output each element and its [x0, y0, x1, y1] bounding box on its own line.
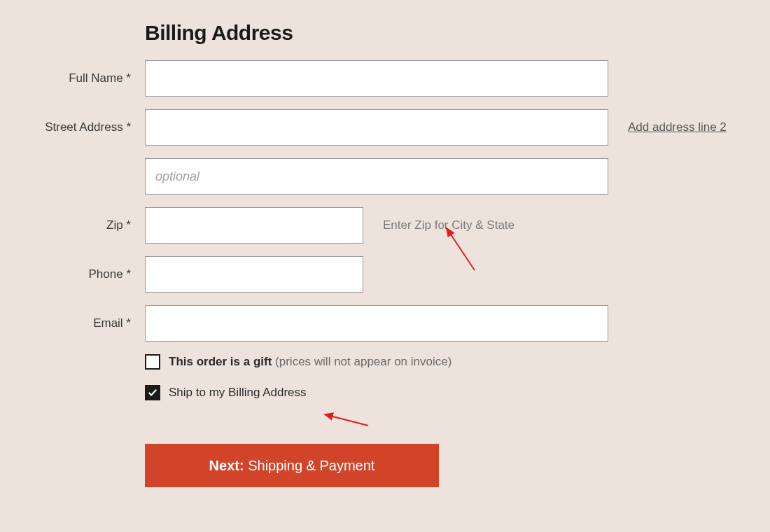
email-label: Email *	[14, 316, 145, 330]
full-name-input[interactable]	[145, 60, 608, 97]
zip-row: Zip * Enter Zip for City & State	[14, 207, 756, 244]
email-row: Email *	[14, 305, 756, 342]
ship-billing-checkbox-row: Ship to my Billing Address	[145, 385, 756, 400]
next-button-rest: Shipping & Payment	[244, 458, 375, 473]
ship-billing-checkbox-label: Ship to my Billing Address	[169, 386, 307, 400]
street-address-label: Street Address *	[14, 120, 145, 134]
billing-address-form: Billing Address Full Name * Street Addre…	[0, 0, 770, 501]
full-name-label: Full Name *	[14, 71, 145, 85]
form-title: Billing Address	[145, 21, 756, 45]
next-button-prefix: Next:	[209, 458, 244, 473]
ship-billing-checkbox[interactable]	[145, 385, 160, 400]
next-button[interactable]: Next: Shipping & Payment	[145, 444, 439, 487]
gift-label-paren: (prices will not appear on invoice)	[272, 355, 451, 368]
zip-input[interactable]	[145, 207, 363, 244]
full-name-row: Full Name *	[14, 60, 756, 97]
phone-input[interactable]	[145, 256, 363, 293]
zip-hint: Enter Zip for City & State	[383, 218, 514, 232]
add-address-line-2-link[interactable]: Add address line 2	[628, 120, 727, 134]
gift-checkbox[interactable]	[145, 354, 160, 370]
street-address-input[interactable]	[145, 109, 608, 146]
zip-label: Zip *	[14, 218, 145, 232]
phone-label: Phone *	[14, 267, 145, 281]
email-input[interactable]	[145, 305, 608, 342]
gift-checkbox-row: This order is a gift (prices will not ap…	[145, 354, 756, 370]
phone-row: Phone *	[14, 256, 756, 293]
gift-label-bold: This order is a gift	[169, 355, 272, 368]
gift-checkbox-label: This order is a gift (prices will not ap…	[169, 355, 451, 369]
street-address-2-row	[14, 158, 756, 195]
street-address-2-input[interactable]	[145, 158, 608, 195]
checkmark-icon	[148, 388, 158, 398]
street-address-row: Street Address * Add address line 2	[14, 109, 756, 146]
